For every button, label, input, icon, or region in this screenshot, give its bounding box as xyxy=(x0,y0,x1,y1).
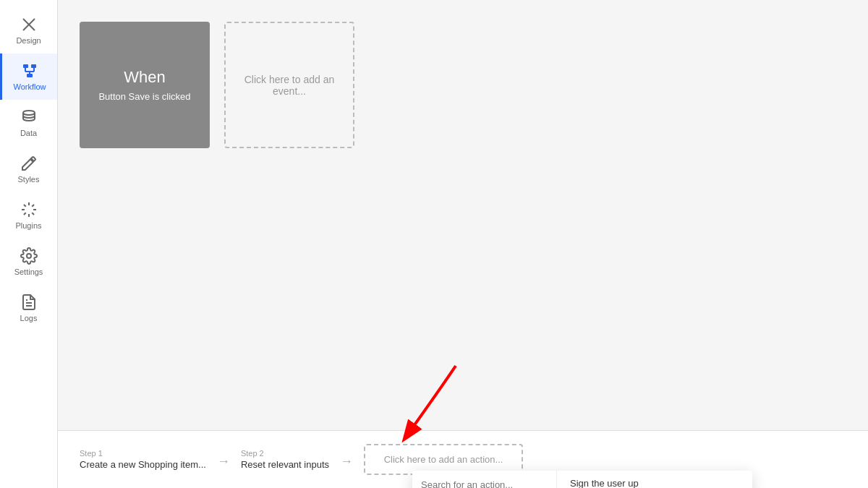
sidebar-item-plugins[interactable]: Plugins xyxy=(0,192,57,239)
canvas-top: When Button Save is clicked Click here t… xyxy=(58,0,868,430)
sidebar-item-settings[interactable]: Settings xyxy=(0,239,57,285)
dropdown-categories: Account Navigation Data (Things) xyxy=(412,471,557,488)
step-2-label: Step 2 xyxy=(241,449,329,458)
step-2-title: Reset relevant inputs xyxy=(241,459,329,470)
step-1-label: Step 1 xyxy=(80,449,206,458)
svg-point-10 xyxy=(27,254,31,258)
main-canvas: When Button Save is clicked Click here t… xyxy=(58,0,868,488)
steps-bar: Step 1 Create a new Shopping item... → S… xyxy=(58,430,868,488)
step-arrow-1: → xyxy=(217,454,230,469)
svg-rect-3 xyxy=(31,64,36,68)
trigger-block[interactable]: When Button Save is clicked xyxy=(80,22,210,148)
action-sign-up[interactable]: Sign the user up xyxy=(557,471,752,488)
dropdown-actions: Sign the user up Log the user in Signup/… xyxy=(557,471,752,488)
step-1-title: Create a new Shopping item... xyxy=(80,459,206,470)
step-arrow-2: → xyxy=(340,454,353,469)
sidebar-item-design[interactable]: Design xyxy=(0,7,57,53)
sidebar-item-styles[interactable]: Styles xyxy=(0,146,57,192)
svg-rect-2 xyxy=(23,64,28,68)
dropdown-search-container xyxy=(412,471,556,488)
step-1[interactable]: Step 1 Create a new Shopping item... xyxy=(80,449,206,470)
sidebar: Design Workflow Data Styles Plug xyxy=(0,0,58,488)
sidebar-item-data[interactable]: Data xyxy=(0,100,57,146)
sidebar-item-workflow[interactable]: Workflow xyxy=(0,53,57,100)
search-input[interactable] xyxy=(421,479,548,488)
svg-rect-4 xyxy=(27,74,33,77)
svg-point-9 xyxy=(23,111,35,115)
add-event-block[interactable]: Click here to add an event... xyxy=(224,22,354,148)
trigger-when-label: When xyxy=(124,68,165,87)
action-dropdown: Account Navigation Data (Things) xyxy=(412,471,752,488)
step-2[interactable]: Step 2 Reset relevant inputs xyxy=(241,449,329,470)
sidebar-item-logs[interactable]: Logs xyxy=(0,285,57,331)
trigger-description: Button Save is clicked xyxy=(91,91,197,102)
